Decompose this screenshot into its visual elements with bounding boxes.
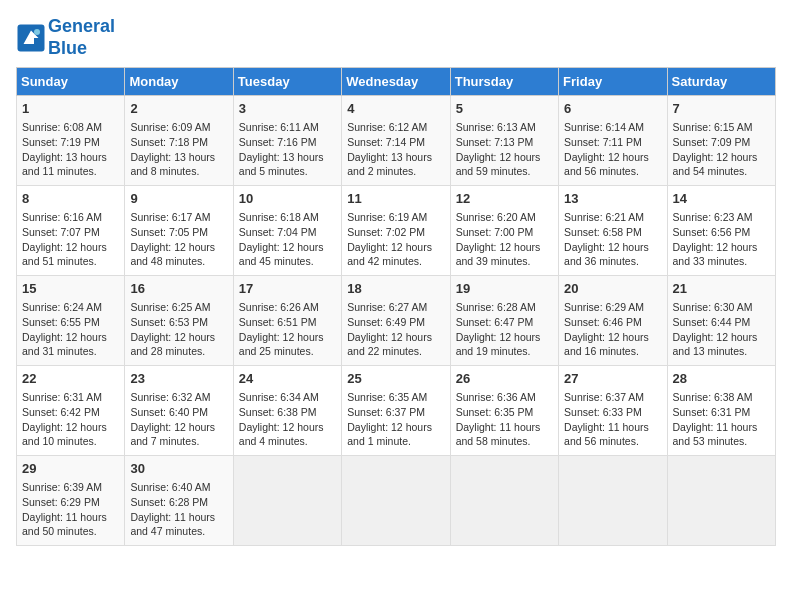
day-info: Sunrise: 6:11 AM — [239, 120, 336, 135]
day-info: Sunset: 7:05 PM — [130, 225, 227, 240]
calendar-cell — [450, 456, 558, 546]
day-info: Sunrise: 6:25 AM — [130, 300, 227, 315]
day-info: Sunset: 6:31 PM — [673, 405, 770, 420]
calendar-cell — [233, 456, 341, 546]
day-info: Sunrise: 6:24 AM — [22, 300, 119, 315]
day-info: Sunset: 6:56 PM — [673, 225, 770, 240]
day-number: 20 — [564, 280, 661, 298]
day-info: Sunset: 6:37 PM — [347, 405, 444, 420]
svg-point-2 — [34, 29, 40, 35]
day-number: 13 — [564, 190, 661, 208]
day-info: Sunrise: 6:38 AM — [673, 390, 770, 405]
day-info: Sunset: 7:16 PM — [239, 135, 336, 150]
calendar-cell: 15Sunrise: 6:24 AMSunset: 6:55 PMDayligh… — [17, 276, 125, 366]
day-info: Sunset: 7:09 PM — [673, 135, 770, 150]
day-info: Daylight: 12 hours and 56 minutes. — [564, 150, 661, 179]
week-row-5: 29Sunrise: 6:39 AMSunset: 6:29 PMDayligh… — [17, 456, 776, 546]
day-info: Sunrise: 6:30 AM — [673, 300, 770, 315]
day-info: Daylight: 12 hours and 48 minutes. — [130, 240, 227, 269]
day-number: 26 — [456, 370, 553, 388]
day-header-thursday: Thursday — [450, 68, 558, 96]
day-info: Daylight: 11 hours and 56 minutes. — [564, 420, 661, 449]
day-info: Daylight: 12 hours and 1 minute. — [347, 420, 444, 449]
day-info: Daylight: 12 hours and 13 minutes. — [673, 330, 770, 359]
day-info: Daylight: 12 hours and 36 minutes. — [564, 240, 661, 269]
day-info: Sunset: 7:00 PM — [456, 225, 553, 240]
day-number: 5 — [456, 100, 553, 118]
calendar-cell: 30Sunrise: 6:40 AMSunset: 6:28 PMDayligh… — [125, 456, 233, 546]
day-info: Sunset: 6:47 PM — [456, 315, 553, 330]
day-info: Sunrise: 6:13 AM — [456, 120, 553, 135]
day-info: Sunset: 6:35 PM — [456, 405, 553, 420]
day-number: 25 — [347, 370, 444, 388]
calendar-cell: 1Sunrise: 6:08 AMSunset: 7:19 PMDaylight… — [17, 96, 125, 186]
calendar-cell: 21Sunrise: 6:30 AMSunset: 6:44 PMDayligh… — [667, 276, 775, 366]
logo-icon — [16, 23, 46, 53]
day-info: Sunrise: 6:29 AM — [564, 300, 661, 315]
day-info: Sunset: 6:40 PM — [130, 405, 227, 420]
week-row-3: 15Sunrise: 6:24 AMSunset: 6:55 PMDayligh… — [17, 276, 776, 366]
day-info: Sunset: 6:28 PM — [130, 495, 227, 510]
day-info: Sunset: 7:19 PM — [22, 135, 119, 150]
day-info: Sunset: 7:11 PM — [564, 135, 661, 150]
calendar-cell: 4Sunrise: 6:12 AMSunset: 7:14 PMDaylight… — [342, 96, 450, 186]
day-info: Sunrise: 6:39 AM — [22, 480, 119, 495]
day-info: Sunset: 6:46 PM — [564, 315, 661, 330]
calendar-cell: 16Sunrise: 6:25 AMSunset: 6:53 PMDayligh… — [125, 276, 233, 366]
day-info: Daylight: 12 hours and 10 minutes. — [22, 420, 119, 449]
day-number: 19 — [456, 280, 553, 298]
day-header-sunday: Sunday — [17, 68, 125, 96]
logo: General Blue — [16, 16, 115, 59]
day-info: Daylight: 12 hours and 33 minutes. — [673, 240, 770, 269]
day-number: 22 — [22, 370, 119, 388]
day-number: 2 — [130, 100, 227, 118]
day-info: Sunrise: 6:15 AM — [673, 120, 770, 135]
day-info: Daylight: 12 hours and 51 minutes. — [22, 240, 119, 269]
calendar-cell: 26Sunrise: 6:36 AMSunset: 6:35 PMDayligh… — [450, 366, 558, 456]
day-info: Sunrise: 6:19 AM — [347, 210, 444, 225]
calendar-table: SundayMondayTuesdayWednesdayThursdayFrid… — [16, 67, 776, 546]
day-info: Daylight: 12 hours and 59 minutes. — [456, 150, 553, 179]
day-info: Daylight: 13 hours and 2 minutes. — [347, 150, 444, 179]
header-row: SundayMondayTuesdayWednesdayThursdayFrid… — [17, 68, 776, 96]
day-info: Sunrise: 6:32 AM — [130, 390, 227, 405]
calendar-cell — [667, 456, 775, 546]
day-number: 15 — [22, 280, 119, 298]
day-info: Sunset: 7:02 PM — [347, 225, 444, 240]
day-number: 6 — [564, 100, 661, 118]
day-number: 18 — [347, 280, 444, 298]
day-info: Sunrise: 6:36 AM — [456, 390, 553, 405]
calendar-cell: 28Sunrise: 6:38 AMSunset: 6:31 PMDayligh… — [667, 366, 775, 456]
day-info: Daylight: 12 hours and 42 minutes. — [347, 240, 444, 269]
day-info: Daylight: 11 hours and 53 minutes. — [673, 420, 770, 449]
day-number: 1 — [22, 100, 119, 118]
day-info: Sunrise: 6:26 AM — [239, 300, 336, 315]
day-info: Sunset: 6:29 PM — [22, 495, 119, 510]
day-number: 11 — [347, 190, 444, 208]
day-info: Sunrise: 6:35 AM — [347, 390, 444, 405]
calendar-cell: 27Sunrise: 6:37 AMSunset: 6:33 PMDayligh… — [559, 366, 667, 456]
day-info: Sunset: 7:18 PM — [130, 135, 227, 150]
day-info: Sunrise: 6:21 AM — [564, 210, 661, 225]
calendar-cell: 29Sunrise: 6:39 AMSunset: 6:29 PMDayligh… — [17, 456, 125, 546]
day-info: Sunset: 6:55 PM — [22, 315, 119, 330]
day-number: 21 — [673, 280, 770, 298]
day-info: Daylight: 11 hours and 58 minutes. — [456, 420, 553, 449]
day-info: Sunrise: 6:23 AM — [673, 210, 770, 225]
day-info: Daylight: 13 hours and 11 minutes. — [22, 150, 119, 179]
day-number: 10 — [239, 190, 336, 208]
day-info: Daylight: 12 hours and 39 minutes. — [456, 240, 553, 269]
day-info: Sunset: 7:07 PM — [22, 225, 119, 240]
day-info: Sunrise: 6:31 AM — [22, 390, 119, 405]
day-info: Sunset: 6:33 PM — [564, 405, 661, 420]
day-number: 12 — [456, 190, 553, 208]
day-number: 9 — [130, 190, 227, 208]
day-number: 8 — [22, 190, 119, 208]
day-info: Sunrise: 6:20 AM — [456, 210, 553, 225]
calendar-cell: 8Sunrise: 6:16 AMSunset: 7:07 PMDaylight… — [17, 186, 125, 276]
calendar-cell — [342, 456, 450, 546]
day-info: Daylight: 12 hours and 7 minutes. — [130, 420, 227, 449]
day-number: 28 — [673, 370, 770, 388]
day-number: 24 — [239, 370, 336, 388]
day-info: Daylight: 12 hours and 16 minutes. — [564, 330, 661, 359]
